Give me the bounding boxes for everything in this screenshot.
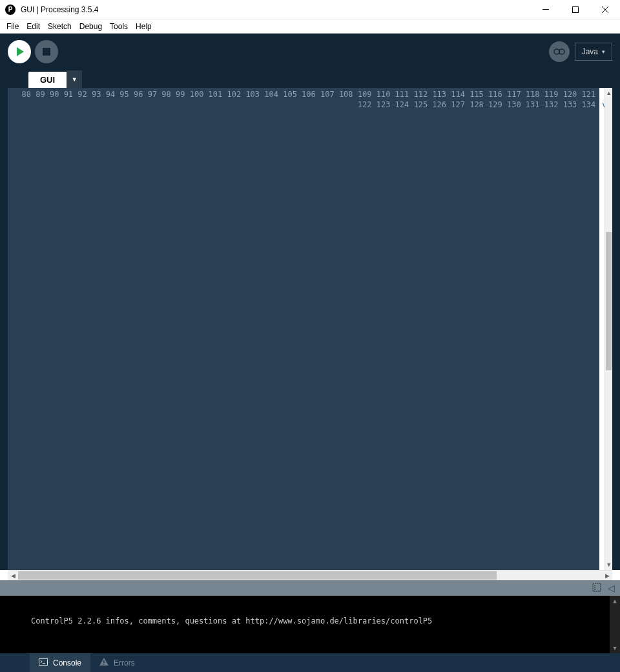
menubar: File Edit Sketch Debug Tools Help xyxy=(0,19,620,34)
mode-selector[interactable]: Java ▾ xyxy=(575,43,612,61)
tab-dropdown[interactable]: ▼ xyxy=(67,70,82,88)
stop-icon xyxy=(43,48,50,56)
play-icon xyxy=(17,47,24,56)
svg-rect-7 xyxy=(593,583,601,591)
chevron-down-icon: ▾ xyxy=(602,48,605,55)
console-output: ControlP5 2.2.6 infos, comments, questio… xyxy=(31,616,432,625)
scroll-thumb[interactable] xyxy=(18,571,497,580)
svg-rect-0 xyxy=(542,9,549,10)
menu-tools[interactable]: Tools xyxy=(106,21,132,32)
editor-horizontal-scrollbar[interactable]: ◀ ▶ xyxy=(8,570,612,580)
scroll-up-icon[interactable]: ▲ xyxy=(605,88,612,98)
window-title: GUI | Processing 3.5.4 xyxy=(21,5,531,14)
code-area[interactable]: void draw() { background(255); fill(50);… xyxy=(599,88,604,570)
menu-help[interactable]: Help xyxy=(132,21,156,32)
line-number-gutter: 88 89 90 91 92 93 94 95 96 97 98 99 100 … xyxy=(8,88,599,570)
menu-edit[interactable]: Edit xyxy=(23,21,44,32)
chevron-down-icon: ▼ xyxy=(72,76,78,83)
collapse-console-icon[interactable]: ◁ xyxy=(608,583,615,593)
scroll-down-icon[interactable]: ▼ xyxy=(610,643,620,653)
debugger-icon[interactable] xyxy=(549,41,570,62)
scroll-down-icon[interactable]: ▼ xyxy=(605,560,612,570)
tab-errors-label: Errors xyxy=(114,658,135,667)
tab-gui[interactable]: GUI xyxy=(28,72,67,88)
window-titlebar: P GUI | Processing 3.5.4 xyxy=(0,0,620,19)
svg-rect-14 xyxy=(103,664,104,664)
code-editor[interactable]: 88 89 90 91 92 93 94 95 96 97 98 99 100 … xyxy=(8,88,612,570)
svg-point-8 xyxy=(594,585,595,586)
tab-errors[interactable]: Errors xyxy=(90,653,144,672)
console-panel: ControlP5 2.2.6 infos, comments, questio… xyxy=(0,596,620,653)
console-vertical-scrollbar[interactable]: ▲ ▼ xyxy=(610,596,620,653)
svg-point-9 xyxy=(594,587,595,588)
svg-point-4 xyxy=(554,49,559,54)
bottom-tab-bar: Console Errors xyxy=(0,653,620,672)
run-button[interactable] xyxy=(8,40,31,63)
close-button[interactable] xyxy=(590,0,620,19)
tab-console-label: Console xyxy=(53,658,81,667)
editor-container: 88 89 90 91 92 93 94 95 96 97 98 99 100 … xyxy=(0,88,620,570)
warning-icon xyxy=(99,658,108,667)
svg-rect-13 xyxy=(103,660,104,663)
menu-sketch[interactable]: Sketch xyxy=(44,21,76,32)
scroll-right-icon[interactable]: ▶ xyxy=(602,571,612,580)
editor-vertical-scrollbar[interactable]: ▲ ▼ xyxy=(604,88,612,570)
error-list-icon[interactable] xyxy=(592,583,601,594)
svg-rect-11 xyxy=(39,658,48,665)
console-icon xyxy=(39,658,48,667)
tab-console[interactable]: Console xyxy=(30,653,90,672)
message-bar: ◁ xyxy=(0,580,620,596)
maximize-button[interactable] xyxy=(561,0,590,19)
svg-point-10 xyxy=(594,589,595,590)
stop-button[interactable] xyxy=(35,40,58,63)
minimize-button[interactable] xyxy=(531,0,561,19)
toolbar: Java ▾ xyxy=(0,34,620,70)
scroll-up-icon[interactable]: ▲ xyxy=(610,596,620,606)
svg-point-5 xyxy=(559,49,564,54)
menu-file[interactable]: File xyxy=(3,21,23,32)
scroll-left-icon[interactable]: ◀ xyxy=(8,571,18,580)
tab-bar: GUI ▼ xyxy=(0,70,620,88)
menu-debug[interactable]: Debug xyxy=(76,21,106,32)
scroll-thumb[interactable] xyxy=(606,232,612,370)
app-icon: P xyxy=(5,5,16,15)
mode-label: Java xyxy=(582,47,598,56)
svg-rect-1 xyxy=(573,6,579,12)
